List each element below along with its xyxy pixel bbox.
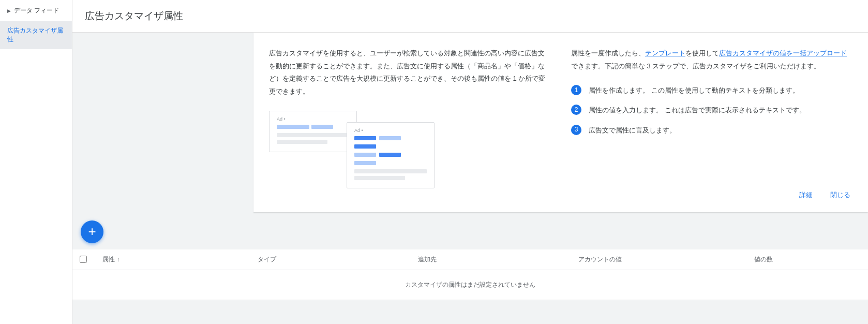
- step-item: 1 属性を作成します。 この属性を使用して動的テキストを分類します。: [571, 85, 852, 96]
- ad-illustration: Ad • Ad •: [269, 111, 435, 173]
- step-item: 2 属性の値を入力します。 これは広告で実際に表示されるテキストです。: [571, 105, 852, 116]
- details-button[interactable]: 詳細: [797, 187, 815, 203]
- empty-state-message: カスタマイザの属性はまだ設定されていません: [72, 270, 868, 300]
- step-text: 広告文で属性に言及します。: [589, 125, 676, 136]
- content-area: 広告カスタマイザを使用すると、ユーザーが検索している対象と関連性の高い内容に広告…: [72, 33, 868, 324]
- add-attribute-fab[interactable]: +: [81, 220, 103, 243]
- sidebar-item-label: 広告カスタマイザ属性: [7, 27, 63, 43]
- column-header-type[interactable]: タイプ: [250, 249, 411, 270]
- table-header-row: 属性 ↑ タイプ 追加先 アカウントの値 値の数: [72, 249, 868, 270]
- column-header-account-value[interactable]: アカウントの値: [571, 249, 747, 270]
- sort-asc-icon: ↑: [117, 256, 120, 262]
- select-all-checkbox[interactable]: [80, 256, 87, 263]
- ad-label: Ad •: [354, 128, 427, 133]
- step-number-icon: 1: [571, 85, 581, 95]
- card-actions: 詳細 閉じる: [269, 187, 852, 203]
- info-right-column: 属性を一度作成したら、テンプレートを使用して広告カスタマイザの値を一括アップロー…: [571, 47, 852, 173]
- attributes-table: 属性 ↑ タイプ 追加先 アカウントの値 値の数 カスタマイザの属性はまだ設定さ…: [72, 249, 868, 300]
- chevron-right-icon: ▶: [7, 8, 11, 13]
- ad-card-front: Ad •: [347, 122, 435, 188]
- info-description: 広告カスタマイザを使用すると、ユーザーが検索している対象と関連性の高い内容に広告…: [269, 47, 550, 98]
- sidebar-item-ad-customizer[interactable]: 広告カスタマイザ属性: [0, 21, 72, 49]
- template-link[interactable]: テンプレート: [645, 49, 685, 57]
- step-number-icon: 3: [571, 125, 581, 135]
- sidebar: ▶ データ フィード 広告カスタマイザ属性: [0, 0, 72, 324]
- column-header-attribute[interactable]: 属性 ↑: [95, 249, 250, 270]
- steps-list: 1 属性を作成します。 この属性を使用して動的テキストを分類します。 2 属性の…: [571, 85, 852, 136]
- page-title: 広告カスタマイザ属性: [72, 0, 868, 33]
- sidebar-item-data-feed[interactable]: ▶ データ フィード: [0, 0, 72, 21]
- close-button[interactable]: 閉じる: [828, 187, 852, 203]
- step-text: 属性の値を入力します。 これは広告で実際に表示されるテキストです。: [589, 105, 806, 116]
- info-intro-text: 属性を一度作成したら、テンプレートを使用して広告カスタマイザの値を一括アップロー…: [571, 47, 852, 72]
- ad-label: Ad •: [277, 116, 349, 122]
- info-left-column: 広告カスタマイザを使用すると、ユーザーが検索している対象と関連性の高い内容に広告…: [269, 47, 550, 173]
- column-header-value-count[interactable]: 値の数: [747, 249, 868, 270]
- bulk-upload-link[interactable]: 広告カスタマイザの値を一括アップロード: [719, 49, 847, 57]
- sidebar-item-label: データ フィード: [14, 6, 59, 15]
- plus-icon: +: [88, 224, 96, 240]
- info-card: 広告カスタマイザを使用すると、ユーザーが検索している対象と関連性の高い内容に広告…: [253, 33, 868, 212]
- ad-card-back: Ad •: [269, 111, 357, 152]
- step-number-icon: 2: [571, 105, 581, 115]
- main-content: 広告カスタマイザ属性 広告カスタマイザを使用すると、ユーザーが検索している対象と…: [72, 0, 868, 324]
- column-header-added-to[interactable]: 追加先: [411, 249, 571, 270]
- step-item: 3 広告文で属性に言及します。: [571, 125, 852, 136]
- step-text: 属性を作成します。 この属性を使用して動的テキストを分類します。: [589, 85, 799, 96]
- select-all-cell: [72, 249, 95, 270]
